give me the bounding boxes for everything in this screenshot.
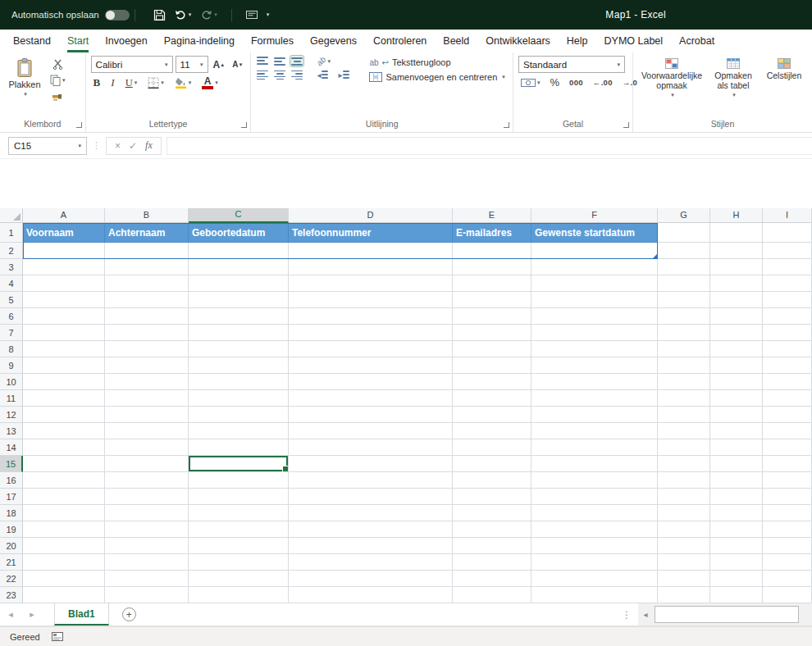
cell-A23[interactable] xyxy=(23,587,105,603)
borders-button[interactable]: ▾ xyxy=(145,76,167,89)
cell-F12[interactable] xyxy=(531,407,658,423)
cell-G12[interactable] xyxy=(658,407,710,423)
increase-decimal-button[interactable]: ←.00 xyxy=(591,77,615,88)
cell-E8[interactable] xyxy=(453,341,531,357)
cell-E11[interactable] xyxy=(453,390,531,407)
cell-E16[interactable] xyxy=(453,472,531,489)
cell-C4[interactable] xyxy=(189,275,289,292)
tab-pagina-indeling[interactable]: Pagina-indeling xyxy=(164,30,235,52)
decrease-indent-button[interactable]: ◂ xyxy=(314,69,331,81)
cell-C8[interactable] xyxy=(189,341,289,357)
cancel-icon[interactable]: × xyxy=(115,140,121,152)
cell-G5[interactable] xyxy=(658,292,710,308)
cell-A3[interactable] xyxy=(23,259,105,275)
cell-B12[interactable] xyxy=(105,407,189,423)
cell-E4[interactable] xyxy=(453,275,531,292)
cell-B21[interactable] xyxy=(105,554,189,571)
row-header-10[interactable]: 10 xyxy=(0,374,23,390)
wrap-text-button[interactable]: ab ↩ Tekstterugloop xyxy=(369,57,504,67)
cell-F21[interactable] xyxy=(531,554,658,571)
column-header-I[interactable]: I xyxy=(763,208,812,223)
macro-record-icon[interactable] xyxy=(52,632,63,641)
cell-E5[interactable] xyxy=(453,292,531,308)
cell-G21[interactable] xyxy=(658,554,710,571)
cell-B4[interactable] xyxy=(105,275,189,292)
formula-input[interactable] xyxy=(167,137,812,155)
cell-H23[interactable] xyxy=(710,587,763,603)
percent-style-button[interactable]: % xyxy=(548,75,563,89)
cell-B22[interactable] xyxy=(105,571,189,587)
cell-A13[interactable] xyxy=(23,423,105,439)
cell-E12[interactable] xyxy=(453,407,531,423)
cell-H3[interactable] xyxy=(710,259,763,275)
font-name-combo[interactable]: Calibri ▾ xyxy=(91,56,173,73)
cell-D9[interactable] xyxy=(289,357,453,374)
cell-G17[interactable] xyxy=(658,489,710,505)
cell-B6[interactable] xyxy=(105,308,189,325)
cell-F5[interactable] xyxy=(531,292,658,308)
format-as-table-button[interactable]: Opmaken als tabel ▾ xyxy=(707,56,760,118)
cell-G18[interactable] xyxy=(658,505,710,521)
cell-B11[interactable] xyxy=(105,390,189,407)
cell-B9[interactable] xyxy=(105,357,189,374)
add-sheet-button[interactable]: + xyxy=(122,607,136,621)
cell-I21[interactable] xyxy=(763,554,812,571)
align-center-icon[interactable] xyxy=(273,70,286,80)
cell-D16[interactable] xyxy=(289,472,453,489)
cell-H8[interactable] xyxy=(710,341,763,357)
cell-F22[interactable] xyxy=(531,571,658,587)
accounting-format-button[interactable]: ▾ xyxy=(518,77,543,89)
scrollbar-track[interactable] xyxy=(653,603,812,626)
cell-B13[interactable] xyxy=(105,423,189,439)
row-header-23[interactable]: 23 xyxy=(0,587,23,603)
column-header-D[interactable]: D xyxy=(289,208,453,223)
cell-B10[interactable] xyxy=(105,374,189,390)
cell-E2[interactable] xyxy=(453,243,531,259)
tab-controleren[interactable]: Controleren xyxy=(373,30,427,52)
cell-H9[interactable] xyxy=(710,357,763,374)
cell-I10[interactable] xyxy=(763,374,812,390)
cell-F4[interactable] xyxy=(531,275,658,292)
cell-B18[interactable] xyxy=(105,505,189,521)
italic-button[interactable]: I xyxy=(108,75,116,90)
customize-quick-access-toolbar-icon[interactable] xyxy=(246,10,258,20)
cell-F3[interactable] xyxy=(531,259,658,275)
column-header-E[interactable]: E xyxy=(453,208,531,223)
row-header-22[interactable]: 22 xyxy=(0,571,23,587)
cell-A5[interactable] xyxy=(23,292,105,308)
horizontal-scrollbar[interactable]: ◂ xyxy=(638,603,812,626)
cell-I9[interactable] xyxy=(763,357,812,374)
tab-gegevens[interactable]: Gegevens xyxy=(310,30,357,52)
align-top-icon[interactable] xyxy=(256,56,269,66)
cell-C18[interactable] xyxy=(189,505,289,521)
cell-F17[interactable] xyxy=(531,489,658,505)
cell-I23[interactable] xyxy=(763,587,812,603)
enter-icon[interactable]: ✓ xyxy=(129,140,137,152)
cell-B2[interactable] xyxy=(105,243,189,259)
cell-E3[interactable] xyxy=(453,259,531,275)
cell-I15[interactable] xyxy=(763,456,812,472)
cell-H4[interactable] xyxy=(710,275,763,292)
cell-B20[interactable] xyxy=(105,538,189,554)
cell-G14[interactable] xyxy=(658,439,710,456)
row-header-11[interactable]: 11 xyxy=(0,390,23,407)
column-header-C[interactable]: C xyxy=(189,208,289,223)
column-header-G[interactable]: G xyxy=(658,208,710,223)
cell-E18[interactable] xyxy=(453,505,531,521)
cell-E21[interactable] xyxy=(453,554,531,571)
column-header-H[interactable]: H xyxy=(710,208,763,223)
cell-H6[interactable] xyxy=(710,308,763,325)
column-header-B[interactable]: B xyxy=(105,208,189,223)
cell-A15[interactable] xyxy=(23,456,105,472)
cell-G3[interactable] xyxy=(658,259,710,275)
cell-G7[interactable] xyxy=(658,325,710,341)
cell-C3[interactable] xyxy=(189,259,289,275)
row-header-4[interactable]: 4 xyxy=(0,275,23,292)
cell-H15[interactable] xyxy=(710,456,763,472)
merge-center-button[interactable]: Samenvoegen en centreren ▾ xyxy=(369,72,504,82)
cell-D2[interactable] xyxy=(289,243,453,259)
cell-B16[interactable] xyxy=(105,472,189,489)
align-middle-icon[interactable] xyxy=(273,56,286,66)
insert-function-icon[interactable]: fx xyxy=(145,139,153,152)
cell-H14[interactable] xyxy=(710,439,763,456)
